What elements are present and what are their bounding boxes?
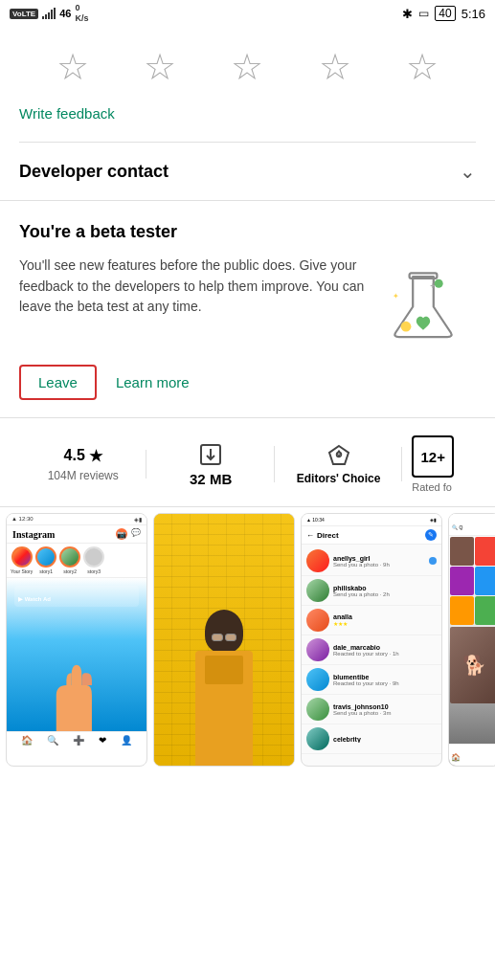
screenshot-4: 🔍 Q 🐕 🏠 xyxy=(448,513,495,767)
download-icon xyxy=(198,442,223,467)
info-rated: 12+ Rated fo xyxy=(402,435,476,493)
beta-title: You're a beta tester xyxy=(19,222,476,242)
data-speed: 0 K/s xyxy=(75,3,88,24)
screenshot-3: ▲ 10:34 ◈▮ ← Direct ✎ anellys_girl Send … xyxy=(301,513,442,767)
screenshots-section: ▲ 12:30 ◈▮ Instagram 📷 💬 Your Story xyxy=(0,507,495,772)
info-rating: 4.5 ★ 104M reviews xyxy=(19,447,146,482)
learn-more-link[interactable]: Learn more xyxy=(116,374,190,390)
write-feedback-link[interactable]: Write feedback xyxy=(19,105,115,122)
signal-strength: 46 xyxy=(59,8,71,19)
star-1[interactable]: ☆ xyxy=(56,46,89,88)
star-rating-section: ☆ ☆ ☆ ☆ ☆ xyxy=(0,27,495,98)
editors-choice-icon xyxy=(326,443,351,468)
rating-value: 4.5 ★ xyxy=(64,447,102,465)
beta-description: You'll see new features before the publi… xyxy=(19,256,369,318)
star-3[interactable]: ☆ xyxy=(231,46,263,88)
leave-button[interactable]: Leave xyxy=(19,365,97,400)
screenshots-row: ▲ 12:30 ◈▮ Instagram 📷 💬 Your Story xyxy=(0,507,495,772)
editors-choice-label: Editors' Choice xyxy=(297,472,381,485)
size-value: 32 MB xyxy=(190,471,232,487)
screenshot-2 xyxy=(153,513,295,767)
star-2[interactable]: ☆ xyxy=(144,46,176,88)
bluetooth-icon: ✱ xyxy=(402,7,413,21)
volte-badge: VoLTE xyxy=(10,9,38,19)
signal-bars xyxy=(42,8,56,19)
rated-badge: 12+ xyxy=(412,435,454,478)
screen-record-icon: ▭ xyxy=(418,7,429,20)
svg-text:✦: ✦ xyxy=(393,292,399,301)
status-bar: VoLTE 46 0 K/s ✱ ▭ 40 5:16 xyxy=(0,0,495,27)
svg-text:+: + xyxy=(430,281,435,291)
write-feedback-section: Write feedback xyxy=(0,98,495,142)
battery-icon: 40 xyxy=(435,6,455,21)
beta-illustration: + ✦ xyxy=(380,259,476,349)
svg-point-1 xyxy=(401,322,412,332)
info-size: 32 MB xyxy=(146,442,274,487)
review-count: 104M reviews xyxy=(48,469,119,482)
screenshot-1: ▲ 12:30 ◈▮ Instagram 📷 💬 Your Story xyxy=(6,513,147,767)
star-filled-icon: ★ xyxy=(89,447,102,465)
status-right: ✱ ▭ 40 5:16 xyxy=(402,6,485,21)
rated-sub: Rated fo xyxy=(412,481,452,493)
beta-actions: Leave Learn more xyxy=(19,365,476,400)
info-editors-choice: Editors' Choice xyxy=(275,443,402,485)
svg-point-2 xyxy=(435,279,443,288)
developer-contact-title: Developer contact xyxy=(19,162,169,182)
time-display: 5:16 xyxy=(461,7,485,21)
beta-section: You're a beta tester You'll see new feat… xyxy=(0,201,495,418)
beta-content: You'll see new features before the publi… xyxy=(19,256,476,349)
star-4[interactable]: ☆ xyxy=(319,46,351,88)
status-left: VoLTE 46 0 K/s xyxy=(10,3,88,24)
developer-contact-section[interactable]: Developer contact ⌄ xyxy=(0,143,495,200)
chevron-down-icon: ⌄ xyxy=(460,160,476,183)
svg-point-7 xyxy=(336,453,341,457)
star-5[interactable]: ☆ xyxy=(406,46,439,88)
app-info-bar: 4.5 ★ 104M reviews 32 MB Editors' Choice… xyxy=(0,418,495,507)
